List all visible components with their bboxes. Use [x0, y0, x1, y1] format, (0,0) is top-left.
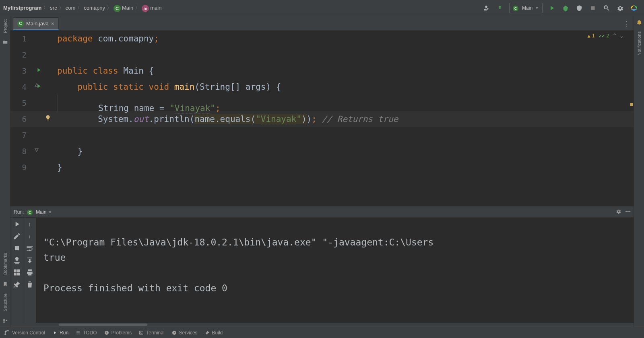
- code-line: 4 public static void main(String[] args)…: [10, 79, 634, 95]
- code-line: 1 package com.comapny;: [10, 31, 634, 47]
- chevron-down-icon: ▼: [535, 6, 539, 10]
- console-line: "C:\Program Files\Java\jdk-18.0.2.1\bin\…: [43, 237, 433, 247]
- close-icon[interactable]: ×: [51, 21, 54, 27]
- intention-bulb-icon[interactable]: [44, 114, 52, 123]
- run-title: Run:: [14, 209, 24, 215]
- status-terminal[interactable]: Terminal: [139, 330, 164, 336]
- chevron-right-icon: 〉: [107, 4, 112, 12]
- code-line: 8 }: [10, 143, 634, 159]
- top-toolbar: Myfirstprogram 〉 src 〉 com 〉 comapny 〉 C…: [0, 0, 644, 16]
- svg-marker-0: [634, 5, 637, 9]
- scroll-to-end-icon[interactable]: [26, 256, 34, 264]
- more-tabs-icon[interactable]: ⋮: [623, 20, 630, 30]
- line-number: 4: [10, 79, 31, 95]
- add-user-icon[interactable]: [480, 2, 492, 14]
- breadcrumb-com[interactable]: com: [66, 5, 76, 11]
- inspection-summary[interactable]: ▲1 ✔✔2 ^ ⌄: [587, 33, 623, 39]
- folder-icon[interactable]: [2, 39, 9, 46]
- chevron-down-icon[interactable]: ⌄: [620, 33, 623, 39]
- svg-marker-1: [631, 5, 634, 9]
- run-gutter-icon[interactable]: [35, 67, 42, 74]
- code-editor[interactable]: ▲1 ✔✔2 ^ ⌄ 1 package com.comapny; 2: [10, 31, 634, 206]
- class-icon: C: [27, 210, 33, 215]
- breadcrumb-class[interactable]: Main: [122, 5, 133, 11]
- chevron-right-icon: 〉: [135, 4, 140, 12]
- dump-threads-icon[interactable]: [13, 256, 21, 264]
- status-version-control[interactable]: Version Control: [4, 330, 45, 336]
- run-config-selector[interactable]: C Main ▼: [509, 3, 543, 13]
- code-line: 9 }: [10, 159, 634, 175]
- pin-icon[interactable]: [13, 280, 21, 289]
- stop-icon[interactable]: [13, 244, 21, 252]
- bookmarks-tool[interactable]: Bookmarks: [3, 249, 8, 278]
- stop-icon[interactable]: [587, 2, 599, 14]
- debug-icon[interactable]: [559, 2, 572, 14]
- class-icon: C: [114, 5, 121, 12]
- tab-filename: Main.java: [26, 21, 49, 27]
- close-icon[interactable]: ×: [48, 209, 51, 215]
- line-number: 6: [10, 111, 31, 127]
- editor-tabbar: C Main.java × ⋮: [10, 16, 634, 31]
- structure-icon[interactable]: [2, 317, 9, 324]
- run-tab[interactable]: C Main ×: [27, 209, 51, 215]
- line-number: 5: [10, 95, 31, 111]
- code-line: 7: [10, 127, 634, 143]
- run-actions-primary: [10, 218, 23, 323]
- console-output[interactable]: "C:\Program Files\Java\jdk-18.0.2.1\bin\…: [36, 218, 634, 323]
- line-number: 1: [10, 31, 31, 47]
- console-line: Process finished with exit code 0: [43, 283, 227, 293]
- chevron-up-icon[interactable]: ^: [613, 33, 616, 39]
- run-tool-window: Run: C Main × —: [10, 206, 634, 327]
- fold-icon[interactable]: [34, 83, 39, 90]
- console-scrollbar[interactable]: [10, 323, 634, 327]
- gear-icon[interactable]: [616, 208, 621, 215]
- breadcrumb-method[interactable]: main: [150, 5, 161, 11]
- scrollbar-thumb[interactable]: [59, 324, 147, 326]
- chevron-right-icon: 〉: [59, 4, 64, 12]
- class-icon: C: [513, 6, 518, 11]
- status-build[interactable]: Build: [205, 330, 223, 336]
- status-run[interactable]: Run: [52, 330, 68, 336]
- breadcrumb-src[interactable]: src: [50, 5, 57, 11]
- rerun-icon[interactable]: [13, 220, 21, 228]
- jetbrains-icon[interactable]: [628, 2, 640, 14]
- breadcrumb-company[interactable]: comapny: [84, 5, 105, 11]
- up-icon[interactable]: ↑: [26, 220, 34, 228]
- fold-end-icon[interactable]: [34, 147, 39, 154]
- code-line: 3 public class Main {: [10, 63, 634, 79]
- coverage-icon[interactable]: [573, 2, 585, 14]
- minimize-icon[interactable]: —: [625, 208, 630, 215]
- status-todo[interactable]: TODO: [76, 330, 97, 336]
- chevron-right-icon: 〉: [77, 4, 82, 12]
- edit-config-icon[interactable]: [13, 232, 21, 240]
- down-icon[interactable]: ↓: [26, 232, 34, 240]
- svg-marker-2: [631, 9, 637, 11]
- structure-tool[interactable]: Structure: [3, 290, 8, 315]
- code-line-active: 6 System.out.println(name.equals("Vinaya…: [10, 111, 634, 127]
- warning-icon: ▲: [587, 33, 590, 39]
- status-problems[interactable]: Problems: [104, 330, 132, 336]
- status-services[interactable]: Services: [172, 330, 198, 336]
- print-icon[interactable]: [26, 268, 34, 276]
- bell-icon[interactable]: [636, 19, 643, 26]
- run-actions-secondary: ↑ ↓: [23, 218, 36, 323]
- editor-tab-main[interactable]: C Main.java ×: [13, 17, 59, 30]
- project-tool[interactable]: Project: [3, 16, 8, 36]
- line-number: 7: [10, 127, 31, 143]
- sync-icon[interactable]: [494, 2, 506, 14]
- notifications-tool[interactable]: Notifications: [637, 28, 642, 59]
- wrap-icon[interactable]: [26, 244, 34, 252]
- line-number: 9: [10, 159, 31, 175]
- delete-icon[interactable]: [26, 280, 34, 289]
- console-line: true: [43, 252, 66, 263]
- search-icon[interactable]: [601, 2, 613, 14]
- line-number: 2: [10, 47, 31, 63]
- gear-icon[interactable]: [614, 2, 626, 14]
- breadcrumb-project[interactable]: Myfirstprogram: [3, 5, 41, 11]
- bookmark-icon[interactable]: [2, 280, 9, 288]
- layout-icon[interactable]: [13, 268, 21, 276]
- line-number: 3: [10, 63, 31, 79]
- run-icon[interactable]: [546, 2, 558, 14]
- scroll-marker: [630, 103, 633, 106]
- check-icon: ✔✔: [599, 33, 605, 39]
